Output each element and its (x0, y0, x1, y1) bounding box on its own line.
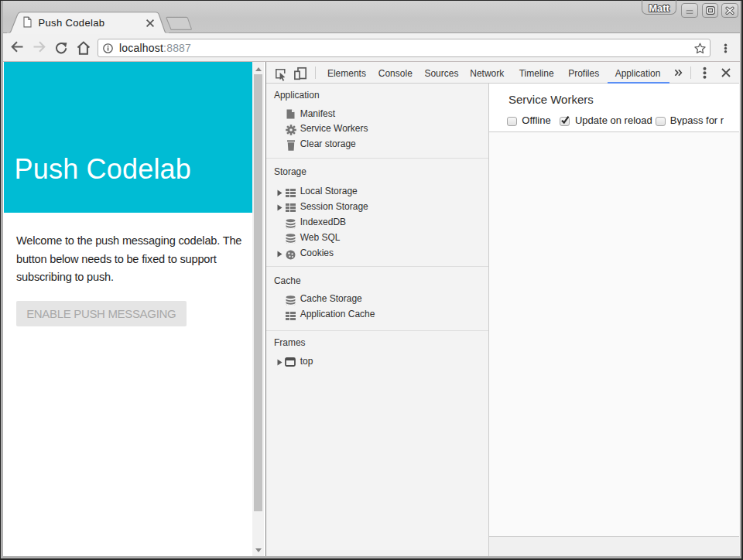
svg-text:Matt: Matt (649, 2, 669, 14)
